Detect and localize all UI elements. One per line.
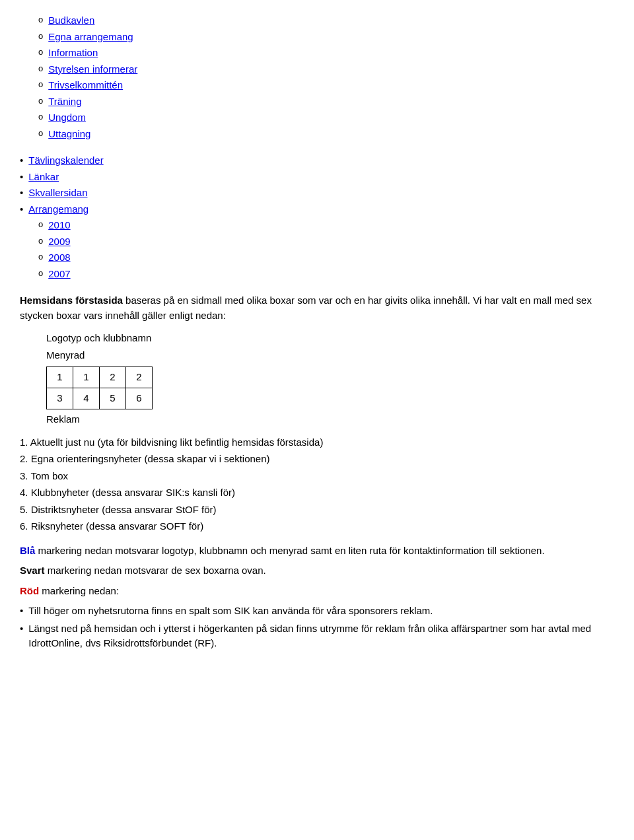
layout-table: 1 1 2 2 3 4 5 6	[46, 367, 153, 409]
blue-label: Blå	[20, 545, 35, 556]
circle-icon: o	[38, 234, 43, 248]
circle-icon: o	[38, 13, 43, 26]
black-description: markering nedan motsvarar de sex boxarna…	[45, 565, 266, 576]
nav-item-2007[interactable]: o 2007	[20, 267, 614, 282]
nav-link-2009[interactable]: 2009	[48, 234, 70, 250]
intro-bold: Hemsidans förstasida	[20, 295, 123, 306]
nav-link-styrelsen[interactable]: Styrelsen informerar	[48, 62, 137, 77]
nav-link-lankar[interactable]: Länkar	[28, 170, 59, 185]
circle-icon: o	[38, 30, 43, 43]
nav-link-2007[interactable]: 2007	[48, 267, 70, 282]
circle-icon: o	[38, 267, 43, 280]
red-bullet-text-2: Längst ned på hemsidan och i ytterst i h…	[28, 621, 614, 651]
blue-description: markering nedan motsvarar logotyp, klubb…	[35, 545, 544, 556]
red-description: markering nedan:	[39, 585, 119, 596]
nav-item-tavling[interactable]: • Tävlingskalender	[20, 153, 614, 168]
circle-icon: o	[38, 46, 43, 59]
nav-item-trivsel[interactable]: o Trivselkommittén	[20, 78, 614, 93]
nav-link-arrangemang[interactable]: Arrangemang	[28, 202, 88, 217]
nav-item-lankar[interactable]: • Länkar	[20, 170, 614, 185]
nav-item-2010[interactable]: o 2010	[20, 218, 614, 233]
nav-link-trivsel[interactable]: Trivselkommittén	[48, 78, 123, 93]
intro-paragraph: Hemsidans förstasida baseras på en sidma…	[20, 293, 614, 323]
table-cell-2-2: 4	[73, 388, 100, 409]
nav-item-styrelsen[interactable]: o Styrelsen informerar	[20, 62, 614, 77]
color-sections: Blå markering nedan motsvarar logotyp, k…	[20, 543, 614, 651]
nav-link-uttagning[interactable]: Uttagning	[48, 127, 90, 142]
table-cell-1-2: 1	[73, 367, 100, 388]
layout-subtitle: Menyrad	[46, 348, 614, 363]
nav-item-uttagning[interactable]: o Uttagning	[20, 127, 614, 142]
layout-diagram: Logotyp och klubbnamn Menyrad 1 1 2 2 3 …	[46, 331, 614, 427]
nav-item-arrangemang[interactable]: • Arrangemang o 2010 o 2009	[20, 202, 614, 282]
circle-icon: o	[38, 218, 43, 231]
bullet-icon: •	[20, 153, 23, 168]
table-cell-1-1: 1	[47, 367, 73, 388]
nav-link-ungdom[interactable]: Ungdom	[48, 110, 86, 125]
nav-item-information[interactable]: o Information	[20, 46, 614, 61]
navigation: o Budkavlen o Egna arrangemang o Informa…	[20, 13, 614, 281]
red-label: Röd	[20, 585, 39, 596]
nav-item-2009[interactable]: o 2009	[20, 234, 614, 250]
table-cell-2-3: 5	[100, 388, 126, 409]
numbered-item-1: 1. Aktuellt just nu (yta för bildvisning…	[20, 435, 614, 450]
nav-item-traning[interactable]: o Träning	[20, 94, 614, 110]
numbered-list: 1. Aktuellt just nu (yta för bildvisning…	[20, 435, 614, 534]
numbered-item-2: 2. Egna orienteringsnyheter (dessa skapa…	[20, 452, 614, 467]
nav-item-ungdom[interactable]: o Ungdom	[20, 110, 614, 125]
nav-item-egna-arrangemang[interactable]: o Egna arrangemang	[20, 30, 614, 45]
table-cell-2-1: 3	[47, 388, 73, 409]
numbered-item-3: 3. Tom box	[20, 469, 614, 484]
table-cell-1-4: 2	[126, 367, 153, 388]
nav-link-2008[interactable]: 2008	[48, 250, 70, 265]
black-label: Svart	[20, 565, 45, 576]
nav-link-skvaller[interactable]: Skvallersidan	[28, 186, 87, 201]
black-section: Svart markering nedan motsvarar de sex b…	[20, 563, 614, 578]
reklam-label: Reklam	[46, 412, 614, 427]
nav-link-budkavlen[interactable]: Budkavlen	[48, 13, 94, 28]
red-bullet-text-1: Till höger om nyhetsrutorna finns en spa…	[28, 604, 433, 619]
nav-link-2010[interactable]: 2010	[48, 218, 70, 233]
red-bullet-item-2: Längst ned på hemsidan och i ytterst i h…	[20, 621, 614, 651]
nav-item-2008[interactable]: o 2008	[20, 250, 614, 265]
circle-icon: o	[38, 94, 43, 108]
nav-link-egna-arrangemang[interactable]: Egna arrangemang	[48, 30, 133, 45]
red-bullet-item-1: Till höger om nyhetsrutorna finns en spa…	[20, 604, 614, 619]
red-bullet-list: Till höger om nyhetsrutorna finns en spa…	[20, 604, 614, 651]
numbered-item-6: 6. Riksnyheter (dessa ansvarar SOFT för)	[20, 519, 614, 534]
table-row: 3 4 5 6	[47, 388, 153, 409]
nav-item-budkavlen[interactable]: o Budkavlen	[20, 13, 614, 28]
red-heading: Röd markering nedan:	[20, 584, 614, 599]
table-cell-1-3: 2	[100, 367, 126, 388]
numbered-item-4: 4. Klubbnyheter (dessa ansvarar SIK:s ka…	[20, 485, 614, 501]
bullet-icon: •	[20, 202, 23, 217]
bullet-icon: •	[20, 186, 23, 201]
nav-item-skvaller[interactable]: • Skvallersidan	[20, 186, 614, 201]
nav-link-information[interactable]: Information	[48, 46, 98, 61]
table-row: 1 1 2 2	[47, 367, 153, 388]
blue-section: Blå markering nedan motsvarar logotyp, k…	[20, 543, 614, 559]
main-content: Hemsidans förstasida baseras på en sidma…	[20, 293, 614, 651]
circle-icon: o	[38, 110, 43, 123]
circle-icon: o	[38, 250, 43, 263]
bullet-icon: •	[20, 170, 23, 185]
circle-icon: o	[38, 62, 43, 75]
red-section: Röd markering nedan: Till höger om nyhet…	[20, 584, 614, 651]
circle-icon: o	[38, 127, 43, 140]
nav-link-traning[interactable]: Träning	[48, 94, 81, 110]
circle-icon: o	[38, 78, 43, 91]
table-cell-2-4: 6	[126, 388, 153, 409]
nav-link-tavling[interactable]: Tävlingskalender	[28, 153, 103, 168]
numbered-item-5: 5. Distriktsnyheter (dessa ansvarar StOF…	[20, 503, 614, 518]
layout-title: Logotyp och klubbnamn	[46, 331, 614, 346]
